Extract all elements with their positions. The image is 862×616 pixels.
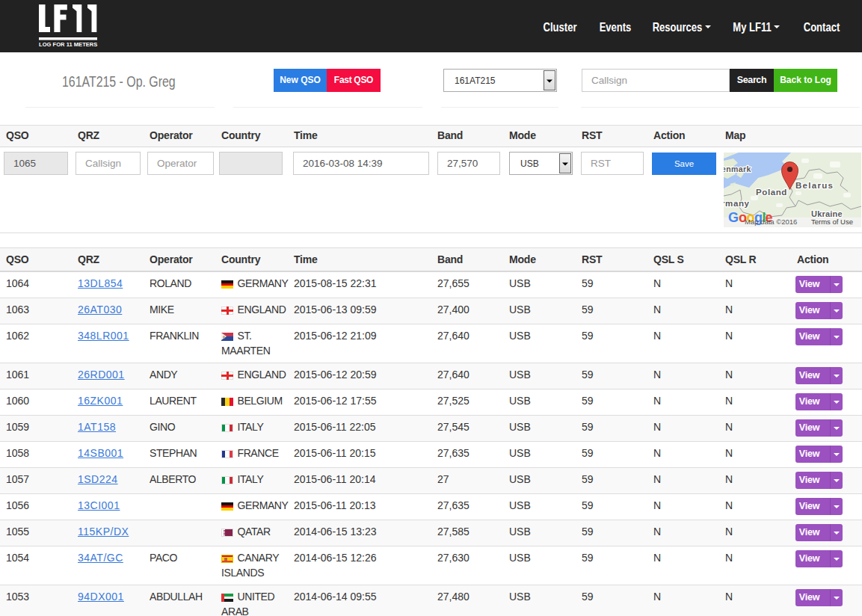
svg-text:Terms of Use: Terms of Use (811, 218, 853, 226)
svg-text:Map data ©2016: Map data ©2016 (745, 218, 797, 226)
svg-text:Poland: Poland (756, 188, 787, 197)
svg-text:Belarus: Belarus (795, 181, 834, 190)
svg-text:enmark: enmark (724, 164, 751, 173)
svg-text:G: G (728, 210, 739, 225)
svg-text:rmany: rmany (724, 199, 750, 208)
